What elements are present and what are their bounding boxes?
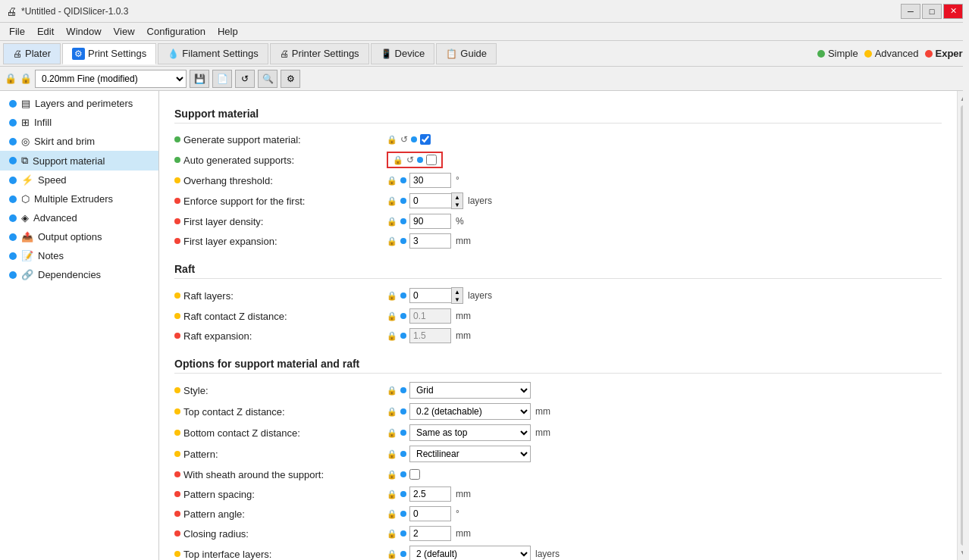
raft-expansion-lock[interactable]: 🔒 xyxy=(387,331,397,341)
close-button[interactable]: ✕ xyxy=(943,4,963,19)
pattern-select[interactable]: Rectilinear Rectilinear grid Honeycomb xyxy=(409,446,531,462)
overhang-lock[interactable]: 🔒 xyxy=(387,176,397,186)
menu-window[interactable]: Window xyxy=(60,24,107,39)
sidebar-item-support-material[interactable]: ⧉ Support material xyxy=(0,151,158,171)
auto-supports-lock[interactable]: 🔒 xyxy=(393,155,403,165)
overhang-input[interactable] xyxy=(409,173,451,188)
raft-layers-spinner-btns: ▲ ▼ xyxy=(451,287,463,304)
sheath-lock[interactable]: 🔒 xyxy=(387,470,397,480)
generate-support-lock[interactable]: 🔒 xyxy=(387,135,397,145)
print-settings-icon: ⚙ xyxy=(72,48,85,60)
raft-expansion-indicator xyxy=(400,333,406,339)
device-icon: 📱 xyxy=(381,48,392,59)
tab-filament-label: Filament Settings xyxy=(182,48,258,59)
tab-device[interactable]: 📱 Device xyxy=(371,43,435,64)
bottom-contact-dot xyxy=(174,430,180,436)
spacing-lock[interactable]: 🔒 xyxy=(387,490,397,499)
tab-filament-settings[interactable]: 💧 Filament Settings xyxy=(158,43,268,64)
top-contact-indicator xyxy=(400,408,406,415)
bottom-contact-lock[interactable]: 🔒 xyxy=(387,428,397,438)
mode-expert-label: Expert xyxy=(936,48,966,59)
raft-layers-spin-down[interactable]: ▼ xyxy=(452,296,463,303)
sidebar-item-layers-perimeters[interactable]: ▤ Layers and perimeters xyxy=(0,94,158,113)
search-button[interactable]: 🔍 xyxy=(258,70,278,88)
generate-support-dot xyxy=(174,136,180,142)
tab-guide-label: Guide xyxy=(460,48,487,59)
menu-help[interactable]: Help xyxy=(212,24,244,39)
menu-edit[interactable]: Edit xyxy=(31,24,60,39)
sidebar-item-infill[interactable]: ⊞ Infill xyxy=(0,113,158,132)
bottom-contact-select[interactable]: Same as top 0.1 0.2 xyxy=(409,424,531,441)
enforce-spin-down[interactable]: ▼ xyxy=(452,201,463,208)
raft-layers-input[interactable] xyxy=(409,288,451,303)
tab-guide[interactable]: 📋 Guide xyxy=(436,43,497,64)
raft-expansion-input[interactable] xyxy=(409,328,451,343)
sidebar-output-label: Output options xyxy=(38,231,102,242)
auto-supports-checkbox[interactable] xyxy=(426,155,437,165)
tab-print-settings[interactable]: ⚙ Print Settings xyxy=(62,43,156,64)
sidebar-item-multiple-extruders[interactable]: ⬡ Multiple Extruders xyxy=(0,189,158,208)
raft-expansion-unit: mm xyxy=(456,330,471,341)
row-generate-support: Generate support material: 🔒 ↺ xyxy=(174,130,942,149)
sidebar-item-notes[interactable]: 📝 Notes xyxy=(0,246,158,265)
tab-plater[interactable]: 🖨 Plater xyxy=(3,43,61,64)
sidebar-item-speed[interactable]: ⚡ Speed xyxy=(0,171,158,189)
sidebar-item-dependencies[interactable]: 🔗 Dependencies xyxy=(0,265,158,284)
angle-lock[interactable]: 🔒 xyxy=(387,509,397,519)
tab-printer-settings[interactable]: 🖨 Printer Settings xyxy=(270,43,369,64)
expansion-lock[interactable]: 🔒 xyxy=(387,236,397,246)
raft-contact-input[interactable] xyxy=(409,308,451,324)
sidebar-item-advanced[interactable]: ◈ Advanced xyxy=(0,208,158,227)
closing-dot xyxy=(174,530,180,537)
row-overhang-threshold: Overhang threshold: 🔒 ° xyxy=(174,171,942,190)
top-contact-select[interactable]: 0.2 (detachable) 0.1 0 xyxy=(409,403,531,420)
interface-select[interactable]: 2 (default) 0 1 2 3 xyxy=(409,546,531,560)
advanced-icon: ◈ xyxy=(21,212,29,224)
style-lock[interactable]: 🔒 xyxy=(387,386,397,396)
support-material-header: Support material xyxy=(174,108,942,124)
closing-lock[interactable]: 🔒 xyxy=(387,529,397,539)
sidebar-item-output-options[interactable]: 📤 Output options xyxy=(0,227,158,246)
toolbar: 🔒 🔒 0.20mm Fine (modified) 0.20mm Fine 0… xyxy=(0,67,969,91)
menu-view[interactable]: View xyxy=(108,24,141,39)
auto-supports-undo[interactable]: ↺ xyxy=(406,155,414,165)
undo-button[interactable]: ↺ xyxy=(235,70,255,88)
enforce-input[interactable] xyxy=(409,193,451,208)
expansion-input[interactable] xyxy=(409,233,451,249)
save-button[interactable]: 💾 xyxy=(190,70,209,88)
density-input[interactable] xyxy=(409,214,451,229)
minimize-button[interactable]: ─ xyxy=(901,4,920,19)
raft-layers-lock[interactable]: 🔒 xyxy=(387,291,397,301)
interface-lock[interactable]: 🔒 xyxy=(387,549,397,559)
closing-label: Closing radius: xyxy=(183,528,249,540)
pattern-lock[interactable]: 🔒 xyxy=(387,449,397,459)
menu-configuration[interactable]: Configuration xyxy=(141,24,212,39)
menu-file[interactable]: File xyxy=(3,24,31,39)
enforce-lock[interactable]: 🔒 xyxy=(387,196,397,206)
sheath-checkbox[interactable] xyxy=(409,469,420,480)
top-contact-lock[interactable]: 🔒 xyxy=(387,407,397,417)
generate-support-undo[interactable]: ↺ xyxy=(400,134,408,145)
mode-expert[interactable]: Expert xyxy=(925,48,966,59)
raft-layers-unit: layers xyxy=(468,290,492,301)
density-lock[interactable]: 🔒 xyxy=(387,217,397,227)
profile-select[interactable]: 0.20mm Fine (modified) 0.20mm Fine 0.10m… xyxy=(35,70,187,88)
angle-input[interactable] xyxy=(409,506,451,521)
raft-layers-spin-up[interactable]: ▲ xyxy=(452,288,463,296)
mode-simple[interactable]: Simple xyxy=(817,48,858,59)
raft-layers-indicator xyxy=(400,293,406,299)
maximize-button[interactable]: □ xyxy=(922,4,942,19)
spacing-input[interactable] xyxy=(409,486,451,502)
style-select[interactable]: Grid Snug Organic xyxy=(409,382,531,399)
overhang-dot xyxy=(174,177,180,183)
generate-support-checkbox[interactable] xyxy=(420,134,431,145)
enforce-spin-up[interactable]: ▲ xyxy=(452,193,463,201)
raft-contact-lock[interactable]: 🔒 xyxy=(387,311,397,321)
raft-contact-label: Raft contact Z distance: xyxy=(183,311,287,322)
profile-lock-icon: 🔒 xyxy=(20,73,32,84)
settings-button[interactable]: ⚙ xyxy=(281,70,300,88)
closing-input[interactable] xyxy=(409,526,451,541)
sidebar-item-skirt-brim[interactable]: ◎ Skirt and brim xyxy=(0,132,158,151)
save-as-button[interactable]: 📄 xyxy=(212,70,232,88)
mode-advanced[interactable]: Advanced xyxy=(864,48,919,59)
